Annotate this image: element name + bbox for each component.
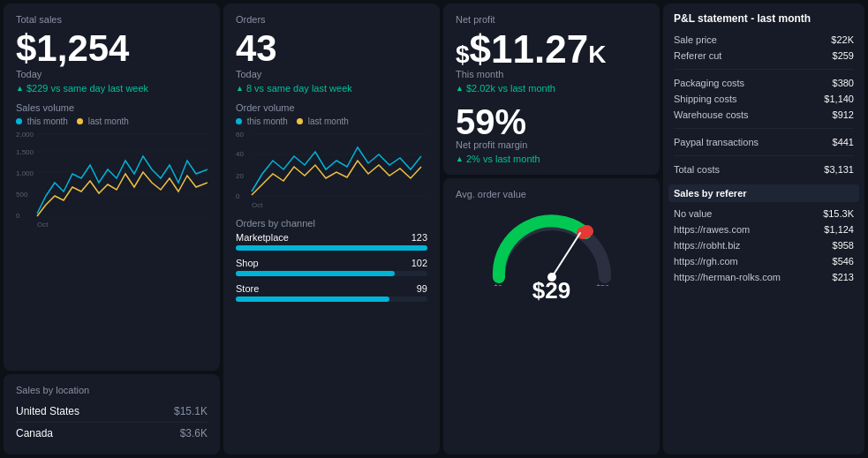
- orders-by-channel-label: Orders by channel: [236, 218, 427, 229]
- orders-period: Today: [236, 69, 427, 79]
- net-profit-title: Net profit: [456, 14, 647, 25]
- svg-text:20: 20: [236, 172, 244, 180]
- pl-total-label: Total costs: [674, 164, 720, 175]
- gauge-svg: $0 $50: [481, 206, 623, 286]
- legend-this-month: this month: [16, 116, 68, 126]
- pl-paypal-label: Paypal transactions: [674, 137, 759, 147]
- svg-line-20: [552, 233, 580, 277]
- pl-shipping-label: Shipping costs: [674, 94, 737, 104]
- svg-text:2,000: 2,000: [16, 131, 34, 139]
- legend-dot-last-month: [77, 118, 83, 124]
- legend-last-month: last month: [77, 116, 129, 126]
- channel-marketplace-value: 123: [411, 232, 427, 243]
- pl-referer-cut-val: $259: [833, 50, 854, 61]
- channel-marketplace: Marketplace 123: [236, 232, 427, 251]
- location-us-value: $15.1K: [174, 405, 208, 417]
- orders-value: 43: [236, 30, 427, 67]
- pl-sale-price: Sale price $22K: [674, 32, 854, 48]
- avg-order-card: Avg. order value $0 $50 $2: [443, 178, 660, 454]
- sales-legend: this month last month: [16, 116, 208, 126]
- pl-shipping: Shipping costs $1,140: [674, 91, 854, 107]
- sales-by-location-card: Sales by location United States $15.1K C…: [4, 374, 220, 454]
- location-us-label: United States: [16, 405, 79, 417]
- order-legend-last: last month: [297, 116, 349, 126]
- total-sales-card: Total sales $1,254 Today $229 vs same da…: [4, 4, 220, 371]
- orders-card: Orders 43 Today 8 vs same day last week …: [223, 4, 440, 454]
- order-chart: 60 40 20 0 Oct: [236, 130, 427, 209]
- order-volume-label: Order volume: [236, 102, 427, 113]
- sales-chart: 2,000 1,500 1,000 500 0 Oct: [16, 130, 208, 227]
- pl-card: P&L statement - last month Sale price $2…: [663, 4, 864, 454]
- avg-order-title: Avg. order value: [456, 189, 647, 199]
- channel-store-value: 99: [417, 283, 427, 294]
- pl-total-val: $3,131: [824, 164, 854, 175]
- pl-warehouse-label: Warehouse costs: [674, 109, 749, 120]
- total-sales-change: $229 vs same day last week: [16, 83, 208, 94]
- net-profit-value: $$11.27K: [456, 30, 647, 69]
- location-ca-value: $3.6K: [180, 427, 208, 439]
- channel-shop-value: 102: [411, 258, 427, 268]
- referer-herman: https://herman-rolks.com $213: [674, 269, 854, 285]
- pl-total: Total costs $3,131: [674, 161, 854, 177]
- total-sales-value: $1,254: [16, 30, 208, 67]
- net-profit-change: $2.02k vs last month: [456, 83, 647, 94]
- location-row-ca: Canada $3.6K: [16, 423, 208, 444]
- svg-text:$50: $50: [596, 283, 609, 286]
- order-legend-this: this month: [236, 116, 288, 126]
- order-dot-this: [236, 118, 242, 124]
- sales-volume-label: Sales volume: [16, 102, 208, 113]
- referer-rawes: https://rawes.com $1,124: [674, 221, 854, 237]
- pl-warehouse: Warehouse costs $912: [674, 107, 854, 123]
- referer-no-value: No value $15.3K: [674, 206, 854, 221]
- pl-sale-price-val: $22K: [831, 34, 854, 45]
- location-row-us: United States $15.1K: [16, 401, 208, 423]
- order-legend: this month last month: [236, 116, 427, 126]
- sales-by-location-title: Sales by location: [16, 385, 208, 395]
- svg-text:Oct: Oct: [37, 221, 49, 227]
- channel-store-label: Store: [236, 283, 259, 294]
- referer-robht: https://robht.biz $958: [674, 237, 854, 253]
- pl-warehouse-val: $912: [833, 109, 854, 120]
- pl-paypal-val: $441: [833, 137, 854, 147]
- channel-shop: Shop 102: [236, 258, 427, 276]
- profit-margin-change: 2% vs last month: [456, 154, 647, 164]
- pl-packaging-val: $380: [833, 78, 854, 88]
- channel-store: Store 99: [236, 283, 427, 302]
- pl-shipping-val: $1,140: [824, 94, 854, 104]
- channel-shop-label: Shop: [236, 258, 259, 268]
- total-sales-period: Today: [16, 69, 208, 79]
- svg-text:1,000: 1,000: [16, 169, 34, 177]
- svg-text:0: 0: [236, 192, 240, 200]
- svg-text:1,500: 1,500: [16, 148, 34, 156]
- channel-shop-bar: [236, 271, 395, 276]
- order-dot-last: [297, 118, 303, 124]
- pl-referer-cut: Referer cut $259: [674, 48, 854, 64]
- avg-order-value: $29: [532, 277, 570, 304]
- svg-text:500: 500: [16, 191, 28, 199]
- channel-marketplace-label: Marketplace: [236, 232, 289, 243]
- pl-referer-cut-label: Referer cut: [674, 50, 721, 61]
- referer-rgh: https://rgh.com $546: [674, 253, 854, 269]
- pl-packaging: Packaging costs $380: [674, 75, 854, 91]
- pl-packaging-label: Packaging costs: [674, 78, 744, 88]
- orders-title: Orders: [236, 14, 427, 25]
- svg-text:$0: $0: [494, 283, 502, 286]
- gauge-container: $0 $50 $29: [456, 206, 647, 304]
- channel-store-bar: [236, 297, 389, 302]
- pl-sale-price-label: Sale price: [674, 34, 717, 45]
- total-sales-title: Total sales: [16, 14, 208, 25]
- orders-change: 8 vs same day last week: [236, 83, 427, 94]
- channel-marketplace-bar: [236, 245, 427, 251]
- location-ca-label: Canada: [16, 427, 53, 439]
- legend-dot-this-month: [16, 118, 22, 124]
- svg-text:60: 60: [236, 131, 244, 139]
- profit-margin-value: 59%: [456, 104, 647, 139]
- svg-text:Oct: Oct: [252, 201, 263, 209]
- svg-text:40: 40: [236, 150, 244, 158]
- svg-text:0: 0: [16, 212, 20, 220]
- pl-title: P&L statement - last month: [674, 12, 854, 25]
- referer-title: Sales by referer: [668, 184, 859, 202]
- pl-paypal: Paypal transactions $441: [674, 134, 854, 150]
- profit-margin-title: Net profit margin: [456, 139, 647, 150]
- net-profit-card: Net profit $$11.27K This month $2.02k vs…: [443, 4, 660, 175]
